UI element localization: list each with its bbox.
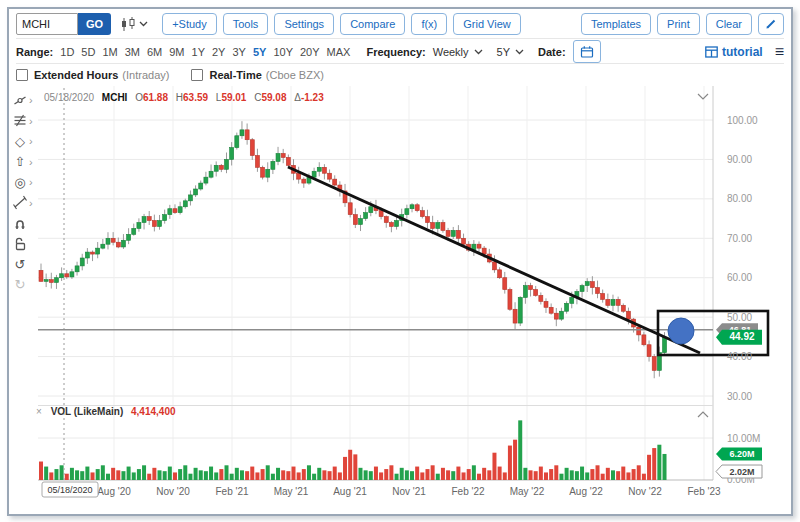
volume-bar	[101, 465, 105, 480]
candle-body	[462, 238, 466, 244]
unlock-icon	[12, 236, 28, 251]
symbol-input[interactable]	[16, 13, 78, 35]
tutorial-link[interactable]: tutorial	[705, 45, 763, 59]
range-20y[interactable]: 20Y	[300, 46, 320, 58]
gridview-button[interactable]: Grid View	[453, 13, 520, 35]
candle-body	[266, 169, 270, 177]
candle-body	[333, 179, 337, 185]
range-5y-selected[interactable]: 5Y	[253, 46, 266, 58]
collapse-price-pane-icon[interactable]	[698, 94, 708, 99]
shapes-tool[interactable]: ◇ ›	[12, 131, 38, 152]
volume-bar	[606, 468, 610, 480]
trendline-annotation[interactable]	[288, 167, 700, 353]
range-1y[interactable]: 1Y	[192, 46, 205, 58]
candle-body	[80, 258, 84, 266]
volume-bar	[353, 454, 357, 480]
candle-body	[163, 215, 167, 221]
chart-type-dropdown[interactable]	[119, 17, 148, 32]
range-2y[interactable]: 2Y	[212, 46, 225, 58]
menu-icon[interactable]: ≡	[775, 44, 784, 60]
extended-hours-label: Extended Hours	[34, 69, 118, 81]
drawing-toolbar: › › ◇ › ⇧ › ◎ › ›	[12, 90, 38, 295]
undo-tool[interactable]: ↺	[12, 254, 38, 275]
circle-marker-tool[interactable]: ◎ ›	[12, 172, 38, 193]
target-circle-icon: ◎	[12, 176, 28, 189]
candle-body	[158, 221, 162, 227]
volume-bar	[39, 462, 43, 480]
range-3y[interactable]: 3Y	[232, 46, 245, 58]
study-button[interactable]: +Study	[162, 13, 217, 35]
volume-bar	[297, 472, 301, 480]
range-9m[interactable]: 9M	[169, 46, 184, 58]
print-button[interactable]: Print	[657, 13, 700, 35]
volume-bar	[147, 474, 151, 480]
date-picker-button[interactable]	[573, 40, 601, 63]
frequency-select[interactable]: Weekly	[433, 46, 483, 58]
volume-bar	[178, 469, 182, 480]
candle-body	[425, 217, 429, 223]
clear-button[interactable]: Clear	[706, 13, 752, 35]
arrow-tool[interactable]: ⇧ ›	[12, 152, 38, 173]
volume-bar	[565, 468, 569, 480]
options-bar: Extended Hours (Intraday) Real-Time (Cbo…	[16, 63, 784, 86]
compare-button[interactable]: Compare	[340, 13, 405, 35]
magnet-icon	[12, 216, 28, 231]
volume-bar	[152, 468, 156, 480]
axis-label: 90.00	[727, 154, 752, 165]
volume-bar	[333, 467, 337, 480]
candle-body	[132, 228, 136, 234]
candle-body	[322, 167, 326, 173]
chart-canvas[interactable]: 100.0090.0080.0070.0060.0050.0040.0030.0…	[9, 86, 791, 508]
fx-button[interactable]: f(x)	[411, 13, 447, 35]
extended-hours-checkbox[interactable]	[16, 69, 28, 81]
realtime-checkbox[interactable]	[191, 69, 203, 81]
measure-tool[interactable]: ›	[12, 193, 38, 214]
tutorial-label: tutorial	[722, 45, 763, 59]
lock-annotations-tool[interactable]	[12, 234, 38, 255]
close-icon[interactable]: ×	[36, 406, 42, 417]
tools-button[interactable]: Tools	[223, 13, 269, 35]
layout-grid-icon	[705, 46, 718, 58]
range-10y[interactable]: 10Y	[273, 46, 293, 58]
volume-bar	[420, 472, 424, 480]
candle-body	[410, 205, 414, 209]
volume-bar	[343, 457, 347, 480]
range-6m[interactable]: 6M	[147, 46, 162, 58]
templates-button[interactable]: Templates	[581, 13, 651, 35]
period-select[interactable]: 5Y	[497, 46, 524, 58]
volume-bar	[80, 471, 84, 480]
candle-body	[188, 195, 192, 201]
candle-body	[652, 357, 656, 371]
candle-body	[616, 299, 620, 305]
circle-annotation[interactable]	[668, 318, 694, 344]
range-max[interactable]: MAX	[327, 46, 351, 58]
expand-volume-pane-icon[interactable]	[698, 412, 708, 417]
realtime-sub: (Cboe BZX)	[266, 69, 324, 81]
go-button[interactable]: GO	[78, 13, 111, 35]
range-3m[interactable]: 3M	[125, 46, 140, 58]
volume-bar	[163, 471, 167, 480]
range-1m[interactable]: 1M	[102, 46, 117, 58]
legend-symbol: MCHI	[102, 92, 128, 103]
chevron-down-icon	[515, 49, 524, 55]
candle-body	[420, 211, 424, 217]
candle-body	[441, 223, 445, 231]
settings-button[interactable]: Settings	[274, 13, 334, 35]
legend-change-value: -1.23	[301, 92, 324, 103]
candle-body	[312, 171, 316, 177]
range-1d[interactable]: 1D	[60, 46, 74, 58]
range-5d[interactable]: 5D	[81, 46, 95, 58]
magnet-tool[interactable]	[12, 213, 38, 234]
volume-bar	[642, 474, 646, 480]
candle-body	[96, 248, 100, 254]
candle-body	[101, 244, 105, 248]
redo-tool[interactable]: ↻	[12, 275, 38, 296]
fibonacci-tool[interactable]: ›	[12, 111, 38, 132]
volume-bar	[492, 453, 496, 480]
axis-label: 0.00M	[727, 474, 755, 485]
trendline-tool[interactable]: ›	[12, 90, 38, 111]
volume-bar	[261, 469, 265, 480]
volume-bar	[111, 468, 115, 480]
annotate-button[interactable]	[758, 13, 784, 35]
volume-bar	[487, 470, 491, 480]
